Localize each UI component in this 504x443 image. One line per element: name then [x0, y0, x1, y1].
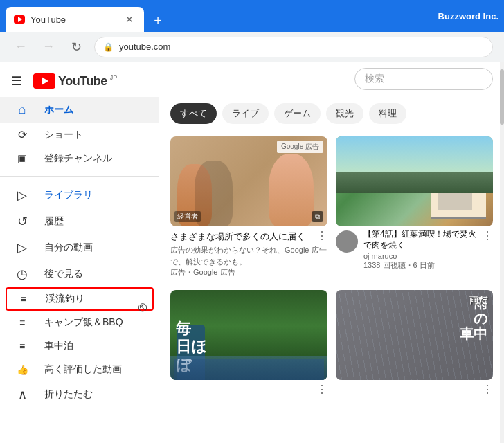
- subscriptions-label: 登録チャンネル: [44, 152, 112, 165]
- sidebar-divider-1: [0, 176, 159, 177]
- youtube-jp-badge: JP: [110, 74, 118, 81]
- sidebar-item-shorts[interactable]: ⟳ ショート: [0, 123, 159, 147]
- forward-button[interactable]: →: [39, 37, 58, 57]
- playlist-fishing-label: 渓流釣り: [46, 293, 84, 305]
- browser-site-name: Buzzword Inc.: [438, 11, 498, 21]
- lock-icon: 🔒: [103, 42, 114, 52]
- filter-chips: すべて ライブ ゲーム 観光 料理: [159, 96, 504, 131]
- google-ads-badge: Google 広告: [277, 141, 323, 153]
- advertiser-label: 経営者: [174, 211, 201, 222]
- forest-video-card[interactable]: 【第4話】紅葉満喫！場で焚火で肉を焼く oj maruco 1338 回視聴・6…: [336, 136, 493, 282]
- active-tab[interactable]: YouTube ✕: [6, 7, 144, 32]
- refresh-button[interactable]: ↻: [66, 37, 86, 57]
- sidebar-item-subscriptions[interactable]: ▣ 登録チャンネル: [0, 147, 159, 170]
- playlist-car-camping-icon: ≡: [14, 341, 30, 352]
- back-button[interactable]: ←: [11, 37, 30, 57]
- tab-title: YouTube: [30, 15, 118, 25]
- sidebar-item-library[interactable]: ▷ ライブラリ: [0, 182, 159, 208]
- fishing-video-card[interactable]: 毎 日ほ ぼ ⋮: [170, 290, 327, 388]
- playlist-camping-label: キャンプ飯＆BBQ: [44, 316, 123, 329]
- rain-video-info: ⋮: [336, 380, 493, 388]
- channel-avatar: [336, 230, 358, 253]
- tab-favicon: [14, 15, 25, 24]
- youtube-logo: YouTube JP: [33, 73, 117, 89]
- forest-video-thumbnail: [336, 136, 493, 226]
- chip-cooking[interactable]: 料理: [369, 103, 406, 124]
- tab-close-button[interactable]: ✕: [123, 13, 136, 26]
- playlist-camping-icon: ≡: [14, 317, 30, 328]
- own-videos-label: 自分の動画: [44, 242, 93, 254]
- shorts-label: ショート: [44, 129, 83, 141]
- ad-video-description: 広告の効果がわからない？それ、Google 広告で、解決できるかも。: [170, 244, 327, 267]
- forest-video-channel: oj maruco: [363, 252, 476, 260]
- rain-more-button[interactable]: ⋮: [482, 383, 493, 396]
- sidebar-item-home[interactable]: ⌂ ホーム: [0, 97, 159, 123]
- search-placeholder: 検索: [365, 73, 384, 85]
- main-layout: ☰ YouTube JP ⌂ ホーム ⟳ ショート ▣ 登録チャンネル ▷: [0, 62, 504, 443]
- sidebar-item-car-camping[interactable]: ≡ 車中泊: [0, 334, 159, 358]
- fold-label: 折りたたむ: [44, 388, 93, 401]
- sidebar-item-fold[interactable]: ∧ 折りたたむ: [0, 381, 159, 408]
- subscriptions-icon: ▣: [14, 152, 30, 165]
- ad-video-card[interactable]: Google 広告 ⧉ 経営者 さまざまな場所で多くの人に届く 広告の効果がわか…: [170, 136, 327, 282]
- youtube-logo-text: YouTube: [58, 74, 107, 89]
- chip-all[interactable]: すべて: [170, 103, 217, 124]
- rain-video-card[interactable]: 雨 の 車中 雨だ ⋮: [336, 290, 493, 388]
- own-videos-icon: ▷: [14, 240, 30, 255]
- sidebar-item-camping[interactable]: ≡ キャンプ飯＆BBQ: [0, 311, 159, 334]
- url-bar[interactable]: 🔒 youtube.com: [94, 37, 493, 57]
- youtube-play-icon: [42, 77, 48, 85]
- sidebar-header: ☰ YouTube JP: [0, 68, 159, 94]
- external-link-icon: ⧉: [312, 211, 323, 222]
- scrollbar-track: [500, 62, 504, 443]
- scrollbar-thumb[interactable]: [500, 69, 504, 125]
- fold-icon: ∧: [14, 387, 30, 402]
- ad-more-button[interactable]: ⋮: [316, 229, 327, 242]
- forest-more-button[interactable]: ⋮: [482, 229, 493, 271]
- library-label: ライブラリ: [44, 189, 93, 201]
- liked-label: 高く評価した動画: [44, 363, 122, 376]
- playlist-fishing-icon: ≡: [15, 293, 32, 305]
- watch-later-label: 後で見る: [44, 268, 83, 280]
- watch-later-icon: ◷: [14, 266, 30, 282]
- sidebar-item-own-videos[interactable]: ▷ 自分の動画: [0, 235, 159, 261]
- fishing-video-thumbnail: 毎 日ほ ぼ: [170, 290, 327, 380]
- tab-bar: YouTube ✕ +: [6, 0, 438, 32]
- home-label: ホーム: [44, 104, 73, 116]
- video-grid: Google 広告 ⧉ 経営者 さまざまな場所で多くの人に届く 広告の効果がわか…: [159, 131, 504, 394]
- forest-video-views: 1338 回視聴・6 日前: [363, 260, 476, 271]
- chip-live[interactable]: ライブ: [222, 103, 269, 124]
- ad-video-thumbnail: Google 広告 ⧉ 経営者: [170, 136, 327, 226]
- sidebar: ☰ YouTube JP ⌂ ホーム ⟳ ショート ▣ 登録チャンネル ▷: [0, 62, 159, 443]
- search-bar[interactable]: 検索: [354, 68, 493, 90]
- ad-label: 広告・Google 広告: [170, 267, 327, 278]
- home-icon: ⌂: [14, 102, 30, 117]
- browser-chrome: YouTube ✕ + Buzzword Inc.: [0, 0, 504, 32]
- rain-top-text: 雨だ: [469, 294, 487, 307]
- fishing-more-button[interactable]: ⋮: [316, 383, 327, 396]
- youtube-logo-icon: [33, 73, 55, 89]
- hamburger-button[interactable]: ☰: [11, 73, 22, 89]
- sidebar-item-history[interactable]: ↺ 履歴: [0, 208, 159, 235]
- address-bar: ← → ↻ 🔒 youtube.com: [0, 32, 504, 62]
- fishing-video-info: ⋮: [170, 380, 327, 388]
- yt-header: 検索: [159, 62, 504, 96]
- ad-video-info: さまざまな場所で多くの人に届く 広告の効果がわからない？それ、Google 広告…: [170, 226, 327, 282]
- new-tab-button[interactable]: +: [147, 10, 169, 32]
- content-area: 検索 すべて ライブ ゲーム 観光 料理 Go: [159, 62, 504, 443]
- library-icon: ▷: [14, 188, 30, 203]
- ad-video-title: さまざまな場所で多くの人に届く: [170, 230, 327, 243]
- sidebar-item-fishing[interactable]: ≡ 渓流釣り ⎋: [6, 287, 154, 311]
- sidebar-item-watch-later[interactable]: ◷ 後で見る: [0, 261, 159, 287]
- shorts-icon: ⟳: [14, 128, 30, 141]
- sidebar-item-liked[interactable]: 👍 高く評価した動画: [0, 358, 159, 381]
- forest-video-info: 【第4話】紅葉満喫！場で焚火で肉を焼く oj maruco 1338 回視聴・6…: [363, 229, 476, 271]
- history-icon: ↺: [14, 214, 30, 229]
- forest-video-title: 【第4話】紅葉満喫！場で焚火で肉を焼く: [363, 229, 476, 251]
- forest-video-row: 【第4話】紅葉満喫！場で焚火で肉を焼く oj maruco 1338 回視聴・6…: [336, 226, 493, 273]
- chip-tourism[interactable]: 観光: [326, 103, 363, 124]
- history-label: 履歴: [44, 215, 64, 228]
- rain-video-thumbnail: 雨 の 車中 雨だ: [336, 290, 493, 380]
- chip-games[interactable]: ゲーム: [274, 103, 321, 124]
- url-text: youtube.com: [119, 42, 170, 52]
